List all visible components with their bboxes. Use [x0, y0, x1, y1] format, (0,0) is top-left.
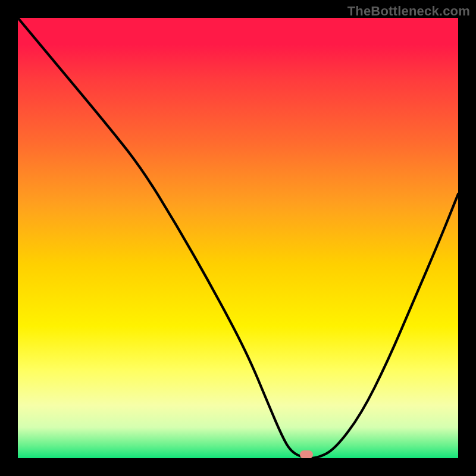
bottleneck-curve-path	[18, 18, 458, 458]
chart-frame: TheBottleneck.com	[0, 0, 476, 476]
curve-svg	[18, 18, 458, 458]
watermark-text: TheBottleneck.com	[347, 4, 470, 19]
plot-area	[18, 18, 458, 458]
optimum-marker	[300, 450, 313, 458]
